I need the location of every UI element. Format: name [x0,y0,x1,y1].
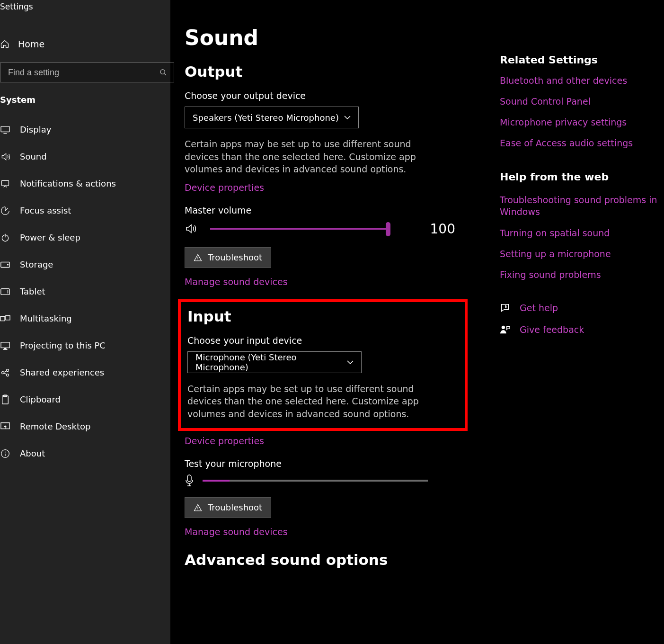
sidebar-item-storage[interactable]: Storage [0,251,170,278]
shared-icon [0,368,10,377]
input-section-highlight: Input Choose your input device Microphon… [178,299,468,431]
warning-icon [194,503,202,512]
sidebar-item-label: Focus assist [20,206,71,215]
chevron-down-icon [344,115,351,120]
svg-rect-1 [1,126,9,132]
input-heading: Input [187,308,461,325]
input-device-properties-link[interactable]: Device properties [185,436,525,446]
get-help-link[interactable]: Get help [500,303,661,313]
input-manage-link[interactable]: Manage sound devices [185,527,525,537]
chevron-down-icon [347,360,354,365]
help-link-fix-sound[interactable]: Fixing sound problems [500,269,661,280]
master-volume-label: Master volume [185,205,525,215]
volume-icon[interactable] [185,223,197,234]
storage-icon [0,261,10,268]
feedback-label: Give feedback [520,324,584,335]
feedback-icon [500,325,510,334]
output-device-value: Speakers (Yeti Stereo Microphone) [193,113,339,123]
sidebar-item-remote[interactable]: Remote Desktop [0,413,170,440]
sidebar-item-label: Tablet [20,286,45,296]
notifications-icon [0,179,10,188]
display-icon [0,125,10,134]
svg-rect-6 [1,288,9,295]
sidebar-item-sound[interactable]: Sound [0,143,170,170]
volume-slider[interactable] [210,228,388,230]
output-device-properties-link[interactable]: Device properties [185,182,525,193]
sidebar-item-clipboard[interactable]: Clipboard [0,386,170,413]
svg-rect-7 [0,316,5,321]
svg-rect-2 [2,180,9,186]
sidebar-item-label: About [20,448,45,458]
search-input[interactable] [7,67,142,78]
mic-level-meter [203,480,428,482]
tablet-icon [0,287,10,296]
output-manage-link[interactable]: Manage sound devices [185,277,525,287]
main-content: Sound Output Choose your output device S… [185,0,525,644]
svg-point-11 [7,369,9,371]
svg-point-19 [502,326,505,329]
sidebar-item-label: Notifications & actions [20,179,116,188]
svg-point-5 [8,264,9,265]
sidebar-category: System [0,95,170,105]
window-title: Settings [0,0,170,11]
help-link-spatial[interactable]: Turning on spatial sound [500,228,661,238]
output-desc: Certain apps may be set up to use differ… [185,138,440,176]
remote-icon [0,422,10,431]
output-troubleshoot-button[interactable]: Troubleshoot [185,247,271,268]
troubleshoot-label: Troubleshoot [208,502,262,512]
sidebar-item-label: Sound [20,152,47,161]
sidebar-item-multitasking[interactable]: Multitasking [0,305,170,332]
sidebar-item-shared[interactable]: Shared experiences [0,359,170,386]
input-troubleshoot-button[interactable]: Troubleshoot [185,497,271,518]
svg-rect-17 [187,475,191,482]
output-device-dropdown[interactable]: Speakers (Yeti Stereo Microphone) [185,107,359,128]
related-heading: Related Settings [500,54,661,66]
test-mic-label: Test your microphone [185,458,525,469]
related-link-sound-control[interactable]: Sound Control Panel [500,96,661,107]
feedback-link[interactable]: Give feedback [500,324,661,335]
svg-point-10 [2,371,4,374]
output-heading: Output [185,63,525,80]
sidebar-item-notifications[interactable]: Notifications & actions [0,170,170,197]
advanced-heading: Advanced sound options [185,551,525,568]
sidebar-item-label: Storage [20,259,53,269]
sidebar-item-about[interactable]: About [0,440,170,467]
related-link-bluetooth[interactable]: Bluetooth and other devices [500,75,661,86]
sidebar-nav: Display Sound Notifications & actions Fo… [0,116,170,467]
sidebar-item-power[interactable]: Power & sleep [0,224,170,251]
mic-level-row [185,474,525,487]
sidebar-item-label: Clipboard [20,394,61,404]
help-link-troubleshoot[interactable]: Troubleshooting sound problems in Window… [500,194,661,217]
volume-value: 100 [417,221,455,237]
volume-slider-row: 100 [185,221,525,237]
svg-rect-8 [6,315,10,320]
microphone-icon [185,474,194,487]
power-icon [0,233,10,242]
home-icon [0,39,9,49]
sidebar-item-label: Shared experiences [20,367,104,377]
help-icon [500,303,510,313]
focus-icon [0,206,10,215]
sidebar-home[interactable]: Home [0,28,170,60]
sidebar-item-label: Multitasking [20,313,72,323]
sidebar-item-focus[interactable]: Focus assist [0,197,170,224]
input-choose-label: Choose your input device [187,335,461,346]
help-heading: Help from the web [500,171,661,183]
sidebar-item-label: Remote Desktop [20,421,90,431]
multitasking-icon [0,314,10,323]
sidebar-item-projecting[interactable]: Projecting to this PC [0,332,170,359]
related-link-mic-privacy[interactable]: Microphone privacy settings [500,117,661,127]
sidebar-item-label: Power & sleep [20,233,80,242]
input-desc: Certain apps may be set up to use differ… [187,383,443,420]
input-device-value: Microphone (Yeti Stereo Microphone) [195,352,347,372]
sidebar-item-display[interactable]: Display [0,116,170,143]
help-link-setup-mic[interactable]: Setting up a microphone [500,249,661,259]
output-choose-label: Choose your output device [185,90,525,101]
clipboard-icon [0,394,10,405]
search-box[interactable] [0,63,174,82]
sidebar-item-tablet[interactable]: Tablet [0,278,170,305]
related-link-ease-audio[interactable]: Ease of Access audio settings [500,138,661,148]
svg-point-12 [7,374,9,376]
search-icon [159,69,167,76]
input-device-dropdown[interactable]: Microphone (Yeti Stereo Microphone) [187,351,362,373]
